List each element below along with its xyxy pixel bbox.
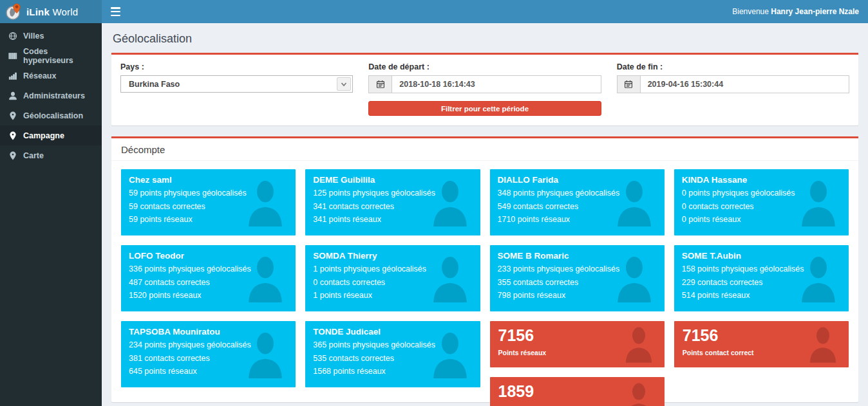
user-card: DIALLO Farida 348 points physiques géolo…	[490, 169, 665, 235]
sidebar-item-geolocalisation[interactable]: Géolocalisation	[0, 106, 102, 125]
user-icon	[8, 91, 17, 100]
person-silhouette-icon	[430, 179, 470, 226]
summary-card-points-contact: 7156 Points contact correct	[674, 321, 849, 367]
sidebar-item-codes-hyperviseurs[interactable]: Codes hyperviseurs	[0, 46, 102, 66]
person-silhouette-icon	[614, 179, 654, 226]
top-navbar: Bienvenue Hanry Jean-pierre Nzale	[102, 0, 868, 23]
main-area: Bienvenue Hanry Jean-pierre Nzale Géoloc…	[102, 0, 868, 406]
map-marker-icon	[8, 111, 17, 120]
calendar-icon[interactable]	[618, 76, 641, 93]
filter-box: Pays : Burkina Faso Date de départ : 201…	[111, 53, 858, 125]
cards-column: Chez saml 59 points physiques géolocalis…	[121, 169, 296, 387]
user-card: DEME Guibilila 125 points physiques géol…	[305, 169, 480, 235]
cards-column: DEME Guibilila 125 points physiques géol…	[305, 169, 480, 387]
date-start-field-group: Date de départ : 2018-10-18 16:14:43 Fil…	[368, 62, 601, 116]
map-marker-icon	[8, 131, 17, 140]
pays-select[interactable]: Burkina Faso	[120, 75, 353, 93]
user-card: SOME T.Aubin 158 points physiques géoloc…	[674, 245, 849, 311]
user-card: SOMDA Thierry 1 points physiques géoloca…	[305, 245, 480, 311]
person-silhouette-icon	[623, 326, 654, 363]
person-silhouette-icon	[798, 179, 838, 226]
barcode-icon	[8, 51, 17, 60]
welcome-message: Bienvenue Hanry Jean-pierre Nzale	[732, 7, 859, 16]
hamburger-menu-icon[interactable]	[111, 7, 124, 16]
sidebar-item-label: Carte	[23, 151, 44, 160]
sidebar-item-label: Géolocalisation	[23, 111, 83, 120]
sidebar-item-label: Codes hyperviseurs	[23, 47, 94, 65]
person-silhouette-icon	[807, 326, 838, 363]
decompte-title: Décompte	[111, 138, 858, 161]
app-window: iLink World Villes Codes hyperviseurs Ré…	[0, 0, 868, 406]
sidebar-item-label: Campagne	[23, 131, 64, 140]
brand-name: iLink World	[26, 6, 78, 17]
user-card: SOME B Romaric 233 points physiques géol…	[490, 245, 665, 311]
cards-column: KINDA Hassane 0 points physiques géoloca…	[674, 169, 849, 367]
date-start-input-group: 2018-10-18 16:14:43	[368, 75, 601, 93]
sidebar-item-label: Réseaux	[23, 71, 56, 80]
pays-selected-value: Burkina Faso	[121, 80, 337, 89]
summary-card-points-physiques: 1859 Points physiques géolocalisés	[490, 377, 665, 406]
brand-logo[interactable]: iLink World	[0, 0, 102, 23]
user-card: KINDA Hassane 0 points physiques géoloca…	[674, 169, 849, 235]
user-card: TAPSOBA Mouniratou 234 points physiques …	[121, 321, 296, 387]
content-area: Géolocalisation Pays : Burkina Faso Date…	[102, 23, 868, 406]
sidebar-item-villes[interactable]: Villes	[0, 26, 102, 46]
sidebar-item-label: Villes	[23, 32, 44, 41]
person-silhouette-icon	[623, 382, 654, 406]
cards-grid: Chez saml 59 points physiques géolocalis…	[111, 161, 858, 406]
user-card: Chez saml 59 points physiques géolocalis…	[121, 169, 296, 235]
decompte-box: Décompte Chez saml 59 points physiques g…	[111, 136, 858, 402]
person-silhouette-icon	[430, 331, 470, 378]
calendar-icon[interactable]	[369, 76, 392, 93]
date-end-input[interactable]: 2019-04-16 15:30:44	[641, 76, 849, 93]
sidebar-item-label: Administrateurs	[23, 91, 85, 100]
globe-pin-logo-icon	[5, 3, 22, 21]
sidebar-item-campagne[interactable]: Campagne	[0, 125, 102, 145]
person-silhouette-icon	[245, 255, 285, 302]
person-silhouette-icon	[245, 179, 285, 226]
sidebar-item-carte[interactable]: Carte	[0, 145, 102, 165]
sidebar-menu: Villes Codes hyperviseurs Réseaux Admini…	[0, 23, 102, 165]
summary-card-points-reseaux: 7156 Points réseaux	[490, 321, 665, 367]
sidebar-item-reseaux[interactable]: Réseaux	[0, 66, 102, 86]
page-title: Géolocalisation	[113, 32, 857, 46]
user-card: LOFO Teodor 336 points physiques géoloca…	[121, 245, 296, 311]
filter-period-button[interactable]: Filtrer pour cette période	[368, 101, 601, 116]
person-silhouette-icon	[430, 255, 470, 302]
pays-label: Pays :	[120, 62, 353, 71]
date-start-label: Date de départ :	[368, 62, 601, 71]
person-silhouette-icon	[798, 255, 838, 302]
sidebar-item-administrateurs[interactable]: Administrateurs	[0, 86, 102, 106]
date-end-field-group: Date de fin : 2019-04-16 15:30:44	[617, 62, 849, 116]
user-card: TONDE Judicael 365 points physiques géol…	[305, 321, 480, 387]
map-marker-icon	[8, 151, 17, 160]
cards-column: DIALLO Farida 348 points physiques géolo…	[490, 169, 665, 406]
signal-icon	[8, 71, 17, 80]
globe-icon	[8, 31, 17, 41]
chevron-down-icon	[337, 77, 351, 91]
date-end-input-group: 2019-04-16 15:30:44	[617, 75, 849, 93]
date-start-input[interactable]: 2018-10-18 16:14:43	[392, 76, 600, 93]
person-silhouette-icon	[614, 255, 654, 302]
date-end-label: Date de fin :	[617, 62, 849, 71]
sidebar: iLink World Villes Codes hyperviseurs Ré…	[0, 0, 102, 406]
pays-field-group: Pays : Burkina Faso	[120, 62, 353, 116]
person-silhouette-icon	[245, 331, 285, 378]
